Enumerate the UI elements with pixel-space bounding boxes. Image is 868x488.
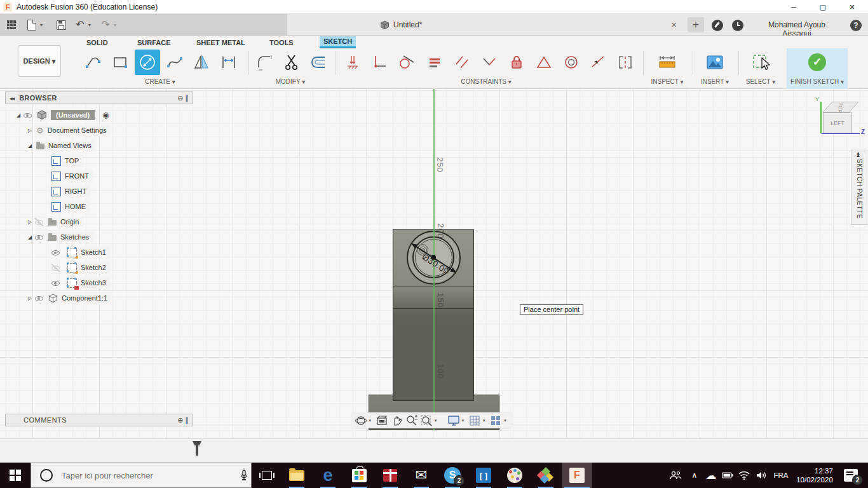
tree-row-sketch2[interactable]: Sketch2 bbox=[5, 260, 196, 275]
expand-panel-icon[interactable]: ◀◀ bbox=[857, 152, 861, 156]
people-icon[interactable] bbox=[665, 463, 686, 488]
orbit-caret-icon[interactable]: ▾ bbox=[369, 418, 374, 423]
tangent-constraint[interactable] bbox=[394, 50, 419, 75]
onedrive-cloud-icon[interactable]: ☁ bbox=[703, 463, 719, 488]
tree-row-named-views[interactable]: ◢ Named Views bbox=[5, 138, 196, 153]
taskbar-mail-icon[interactable]: ✉ bbox=[406, 463, 437, 488]
app-grid-icon[interactable] bbox=[4, 18, 19, 32]
zoom-icon[interactable] bbox=[405, 414, 418, 428]
speaker-icon[interactable] bbox=[752, 463, 770, 488]
start-button[interactable] bbox=[0, 463, 31, 488]
tree-row-view-home[interactable]: HOME bbox=[5, 199, 196, 214]
taskbar-brackets-icon[interactable]: [ ] bbox=[468, 463, 499, 488]
collapsed-triangle-icon[interactable]: ▷ bbox=[25, 128, 34, 133]
pan-icon[interactable] bbox=[390, 414, 403, 428]
visibility-eye-off-icon[interactable] bbox=[51, 264, 60, 272]
clock[interactable]: 12:3710/02/2020 bbox=[792, 463, 837, 488]
viewcube-front-face[interactable]: LEFT bbox=[823, 112, 852, 133]
viewports-icon[interactable] bbox=[489, 414, 503, 428]
collapse-panel-icon[interactable]: ◀◀ bbox=[10, 96, 14, 100]
microphone-icon[interactable] bbox=[240, 470, 248, 481]
close-button[interactable]: ✕ bbox=[841, 0, 863, 14]
hide-all-icon[interactable]: ⊖ bbox=[177, 94, 183, 102]
design-workspace-button[interactable]: DESIGN ▾ bbox=[18, 45, 61, 77]
tab-close-icon[interactable]: ✕ bbox=[671, 21, 677, 29]
sketch-palette-tab[interactable]: ◀◀ SKETCH PALETTE bbox=[851, 149, 867, 225]
tree-row-view-right[interactable]: RIGHT bbox=[5, 184, 196, 199]
battery-icon[interactable] bbox=[719, 463, 736, 488]
add-comment-icon[interactable]: ⊕ bbox=[177, 416, 183, 424]
viewports-caret-icon[interactable]: ▾ bbox=[504, 418, 509, 423]
rectangle-tool[interactable] bbox=[107, 50, 133, 75]
insert-tool[interactable] bbox=[702, 50, 728, 75]
tree-item-label[interactable]: TOP bbox=[65, 157, 79, 165]
panel-resize-handle[interactable]: ∥ bbox=[186, 416, 189, 424]
action-center-icon[interactable]: 2 bbox=[837, 463, 864, 488]
tree-row-sketch1[interactable]: Sketch1 bbox=[5, 245, 196, 260]
fix-constraint[interactable] bbox=[504, 50, 529, 75]
undo-icon[interactable]: ↶ bbox=[72, 18, 88, 32]
tab-surface[interactable]: SURFACE bbox=[133, 36, 175, 48]
new-file-icon[interactable] bbox=[24, 18, 39, 32]
help-icon[interactable]: ? bbox=[850, 20, 862, 31]
spline-tool[interactable] bbox=[162, 50, 187, 75]
hidden-icons-chevron[interactable]: ∧ bbox=[686, 463, 703, 488]
expanded-triangle-icon[interactable]: ◢ bbox=[25, 234, 34, 240]
expanded-triangle-icon[interactable]: ◢ bbox=[25, 143, 34, 149]
symmetry-constraint[interactable] bbox=[613, 50, 638, 75]
new-tab-button[interactable]: + bbox=[688, 17, 704, 32]
circle-tool[interactable] bbox=[135, 50, 160, 75]
tab-sketch[interactable]: SKETCH bbox=[320, 36, 356, 48]
taskbar-design-tool-icon[interactable] bbox=[531, 463, 561, 488]
tree-item-label[interactable]: RIGHT bbox=[65, 187, 86, 195]
grid-settings-icon[interactable] bbox=[468, 414, 482, 428]
tree-item-label[interactable]: Sketch3 bbox=[81, 279, 106, 287]
tree-item-label[interactable]: Named Views bbox=[48, 142, 92, 149]
perpendicular-constraint[interactable] bbox=[367, 50, 392, 75]
tree-row-view-top[interactable]: TOP bbox=[5, 153, 196, 168]
line-tool[interactable] bbox=[80, 50, 105, 75]
minimize-button[interactable]: ─ bbox=[783, 0, 804, 14]
new-file-caret-icon[interactable]: ▾ bbox=[38, 18, 44, 32]
collapsed-triangle-icon[interactable]: ▷ bbox=[25, 295, 34, 301]
tree-row-sketch3[interactable]: Sketch3 bbox=[5, 275, 196, 290]
midpoint-constraint[interactable] bbox=[477, 50, 502, 75]
select-group-label[interactable]: SELECT ▾ bbox=[735, 77, 786, 86]
taskbar-fusion360-icon[interactable]: F bbox=[562, 463, 592, 488]
visibility-eye-icon[interactable] bbox=[51, 279, 60, 287]
taskbar-paint-icon[interactable] bbox=[499, 463, 530, 488]
tree-item-label[interactable]: Component1:1 bbox=[62, 294, 107, 302]
search-input[interactable] bbox=[60, 470, 209, 481]
zoom-window-caret-icon[interactable]: ▾ bbox=[435, 418, 440, 423]
task-view-button[interactable] bbox=[252, 463, 281, 488]
document-tab[interactable]: Untitled* bbox=[380, 17, 422, 32]
dimension-tool[interactable] bbox=[216, 50, 241, 75]
tree-item-label[interactable]: Origin bbox=[60, 218, 79, 226]
tree-row-sketches[interactable]: ◢ Sketches bbox=[5, 229, 196, 245]
visibility-eye-icon[interactable] bbox=[34, 233, 44, 241]
save-icon[interactable] bbox=[53, 18, 69, 32]
tree-row-document-settings[interactable]: ▷ ⚙Document Settings bbox=[5, 123, 196, 138]
tree-row-component[interactable]: ▷ Component1:1 bbox=[5, 290, 196, 306]
notification-clock-icon[interactable] bbox=[732, 20, 743, 31]
equal-constraint[interactable] bbox=[422, 50, 447, 75]
job-status-icon[interactable] bbox=[712, 20, 723, 31]
constraints-group-label[interactable]: CONSTRAINTS ▾ bbox=[454, 77, 518, 86]
finish-sketch-label[interactable]: FINISH SKETCH ▾ bbox=[787, 77, 848, 86]
trim-tool[interactable] bbox=[279, 50, 304, 75]
inspect-tool[interactable] bbox=[654, 50, 680, 75]
create-group-label[interactable]: CREATE ▾ bbox=[135, 77, 186, 86]
display-settings-icon[interactable] bbox=[447, 414, 460, 428]
collapsed-triangle-icon[interactable]: ▷ bbox=[25, 219, 34, 225]
fillet-tool[interactable] bbox=[252, 50, 278, 75]
taskbar-skype-icon[interactable]: S2 bbox=[437, 463, 468, 488]
tab-tools[interactable]: TOOLS bbox=[266, 36, 297, 48]
display-caret-icon[interactable]: ▾ bbox=[462, 418, 467, 423]
parallel-constraint[interactable] bbox=[449, 50, 475, 75]
tab-sheet-metal[interactable]: SHEET METAL bbox=[193, 36, 249, 48]
timeline-position-marker[interactable] bbox=[193, 441, 201, 456]
tree-item-label[interactable]: Sketches bbox=[60, 233, 89, 241]
expanded-triangle-icon[interactable]: ◢ bbox=[14, 112, 23, 118]
tree-row-root[interactable]: ◢ (Unsaved) ◉ bbox=[5, 107, 196, 123]
look-at-icon[interactable] bbox=[375, 414, 388, 428]
